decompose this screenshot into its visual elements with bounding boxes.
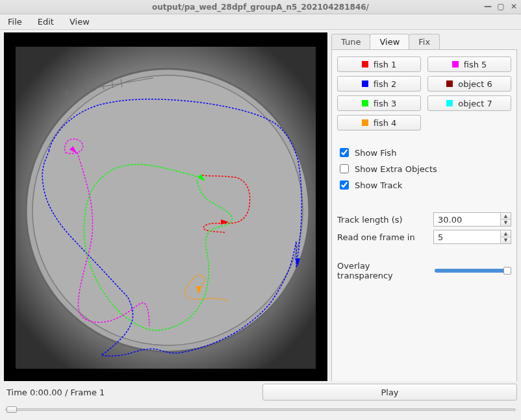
track-length-up-icon[interactable]: ▲ xyxy=(501,213,511,220)
menu-view[interactable]: View xyxy=(66,16,94,28)
legend-label: object 7 xyxy=(458,99,492,108)
tab-tune[interactable]: Tune xyxy=(331,34,370,49)
track-length-spinbox[interactable]: 30.00 ▲ ▼ xyxy=(433,212,511,227)
swatch-icon xyxy=(362,100,368,106)
show-track-label: Show Track xyxy=(355,180,402,190)
video-viewer[interactable] xyxy=(4,32,327,381)
row-overlay-transparency: Overlay transparency xyxy=(337,261,511,280)
show-extra-label: Show Extra Objects xyxy=(355,164,437,174)
show-extra-checkbox[interactable] xyxy=(340,164,349,173)
window-title: output/pa_wed_28dpf_groupA_n5_2021042818… xyxy=(152,3,369,12)
overlay-transparency-label: Overlay transparency xyxy=(337,261,428,280)
check-show-track[interactable]: Show Track xyxy=(337,179,511,191)
svg-point-6 xyxy=(32,75,303,345)
track-length-label: Track length (s) xyxy=(337,215,428,225)
read-frame-label: Read one frame in xyxy=(337,232,428,242)
timeline-thumb-icon[interactable] xyxy=(6,406,17,413)
swatch-icon xyxy=(452,61,459,68)
play-button[interactable]: Play xyxy=(262,384,517,401)
bottom-bar: Time 0:00.00 / Frame 1 Play xyxy=(0,381,521,420)
legend-button-fish-5[interactable]: fish 5 xyxy=(427,56,511,72)
menu-file[interactable]: File xyxy=(4,16,26,28)
read-frame-spinbox[interactable]: 5 ▲ ▼ xyxy=(433,230,511,244)
legend-label: object 6 xyxy=(458,79,492,89)
legend-label: fish 3 xyxy=(374,99,397,108)
row-track-length: Track length (s) 30.00 ▲ ▼ xyxy=(337,212,511,227)
legend-button-fish-2[interactable]: fish 2 xyxy=(337,76,421,92)
read-frame-down-icon[interactable]: ▼ xyxy=(501,238,511,244)
swatch-icon xyxy=(362,80,368,87)
close-icon[interactable]: ✕ xyxy=(509,3,518,12)
show-fish-label: Show Fish xyxy=(355,148,396,158)
row-read-frame: Read one frame in 5 ▲ ▼ xyxy=(337,230,511,244)
track-length-down-icon[interactable]: ▼ xyxy=(501,220,511,227)
overlay-transparency-slider[interactable] xyxy=(435,266,511,276)
legend-label: fish 2 xyxy=(374,79,397,89)
check-show-extra[interactable]: Show Extra Objects xyxy=(337,162,511,175)
show-fish-checkbox[interactable] xyxy=(340,148,349,157)
legend-button-fish-4[interactable]: fish 4 xyxy=(337,115,421,130)
window-titlebar: output/pa_wed_28dpf_groupA_n5_2021042818… xyxy=(0,0,521,14)
side-panel: Tune View Fix fish 1fish 5fish 2object 6… xyxy=(331,32,517,381)
legend-label: fish 1 xyxy=(374,60,397,69)
timeline-slider[interactable] xyxy=(4,404,517,415)
status-text: Time 0:00.00 / Frame 1 xyxy=(4,388,259,397)
legend-button-fish-1[interactable]: fish 1 xyxy=(337,56,421,72)
swatch-icon xyxy=(446,100,453,106)
minimize-icon[interactable]: — xyxy=(483,3,492,12)
read-frame-up-icon[interactable]: ▲ xyxy=(501,230,511,238)
tab-view[interactable]: View xyxy=(370,34,409,49)
slider-thumb-icon[interactable] xyxy=(503,267,511,275)
track-length-value[interactable]: 30.00 xyxy=(434,213,500,226)
swatch-icon xyxy=(362,119,368,126)
maximize-icon[interactable]: ▢ xyxy=(496,3,505,12)
legend-button-fish-3[interactable]: fish 3 xyxy=(337,95,421,111)
check-show-fish[interactable]: Show Fish xyxy=(337,146,511,159)
show-track-checkbox[interactable] xyxy=(340,180,349,190)
legend-label: fish 5 xyxy=(464,60,487,69)
menu-edit[interactable]: Edit xyxy=(34,16,58,28)
swatch-icon xyxy=(362,61,368,68)
tab-fix[interactable]: Fix xyxy=(409,34,440,49)
tab-bar: Tune View Fix xyxy=(331,32,517,49)
menubar: File Edit View xyxy=(0,14,521,30)
read-frame-value[interactable]: 5 xyxy=(434,230,500,243)
legend-button-object-6[interactable]: object 6 xyxy=(427,76,511,92)
legend-button-object-7[interactable]: object 7 xyxy=(427,95,511,111)
swatch-icon xyxy=(446,80,453,87)
tab-view-body: fish 1fish 5fish 2object 6fish 3object 7… xyxy=(331,49,517,381)
legend-grid: fish 1fish 5fish 2object 6fish 3object 7… xyxy=(337,56,511,130)
legend-label: fish 4 xyxy=(374,118,397,128)
